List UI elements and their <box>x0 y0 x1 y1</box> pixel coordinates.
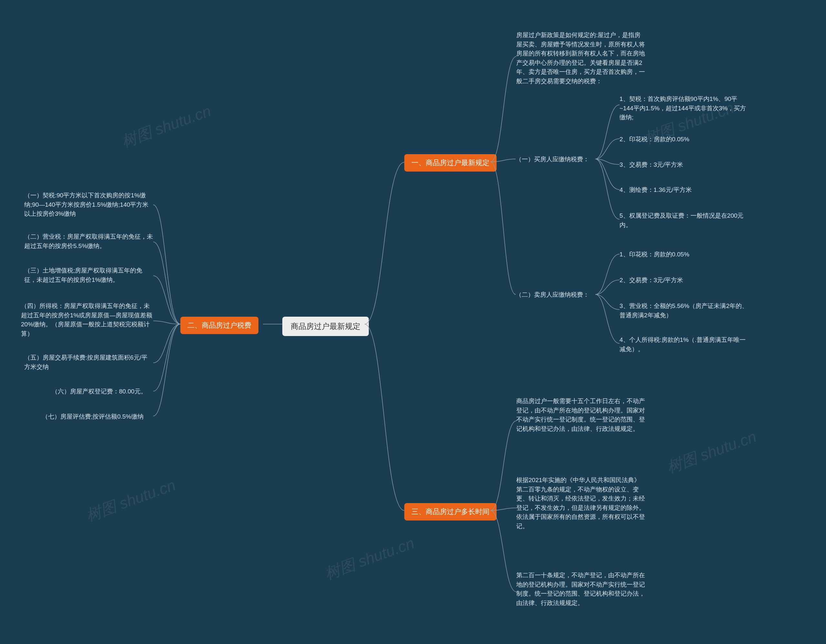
branch1-seller-item-1: 1、印花税：房款的0.05% <box>620 250 689 259</box>
branch2-item-4: （四）所得税：房屋产权取得满五年的免征，未超过五年的按房价1%或房屋原值—房屋现… <box>21 302 153 338</box>
branch1-seller-item-2: 2、交易费：3元/平方米 <box>620 276 683 285</box>
branch3-item-1: 商品房过户一般需要十五个工作日左右，不动产登记，由不动产所在地的登记机构办理。国… <box>516 397 645 433</box>
branch1-buyer-item-4: 4、测绘费：1.36元/平方米 <box>620 186 692 195</box>
branch2-item-7: （七）房屋评估费;按评估额0.5%缴纳 <box>42 412 144 421</box>
watermark-1: 树图 shutu.cn <box>119 101 214 152</box>
branch2-item-3: （三）土地增值税;房屋产权取得满五年的免征，未超过五年的按房价1%缴纳。 <box>24 266 153 285</box>
branch1-buyer-item-2: 2、印花税：房款的0.05% <box>620 135 689 144</box>
branch2-item-1: （一）契税:90平方米以下首次购房的按1%缴纳;90—140平方米按房价1.5%… <box>24 191 153 219</box>
root-node: 商品房过户最新规定 <box>282 317 369 336</box>
watermark-3: 树图 shutu.cn <box>322 533 417 584</box>
branch1-seller-item-4: 4、个人所得税:房款的1%（.普通房满五年唯一减免）。 <box>620 335 748 354</box>
watermark-2: 树图 shutu.cn <box>83 475 179 526</box>
watermark-5: 树图 shutu.cn <box>664 426 759 478</box>
branch1-buyer-item-3: 3、交易费：3元/平方米 <box>620 160 683 170</box>
branch1-buyer-item-5: 5、权属登记费及取证费：一般情况是在200元内。 <box>620 211 748 230</box>
branch1-intro: 房屋过户新政策是如何规定的:屋过户，是指房屋买卖、房屋赠予等情况发生时，原所有权… <box>516 31 645 86</box>
branch3-item-2: 根据2021年实施的《中华人民共和国民法典》第二百零九条的规定，不动产物权的设立… <box>516 476 645 531</box>
branch2-item-6: （六）房屋产权登记费：80.00元。 <box>51 387 147 396</box>
branch-transfer-tax[interactable]: 二、商品房过户税费 <box>180 317 258 334</box>
branch3-item-3: 第二百一十条规定，不动产登记，由不动产所在地的登记机构办理。国家对不动产实行统一… <box>516 571 649 608</box>
branch1-buyer-item-1: 1、契税：首次购房评估额90平内1%、90平~144平内1.5%，超过144平或… <box>620 94 748 122</box>
branch-latest-regulations[interactable]: 一、商品房过户最新规定 <box>404 154 497 172</box>
branch1-buyer-title: （一）买房人应缴纳税费： <box>515 155 589 164</box>
branch-transfer-time[interactable]: 三、商品房过户多长时间 <box>404 503 497 520</box>
branch1-seller-title: （二）卖房人应缴纳税费： <box>515 290 589 300</box>
branch2-item-2: （二）营业税：房屋产权取得满五年的免征，未超过五年的按房价5.5%缴纳。 <box>24 232 153 251</box>
branch2-item-5: （五）房屋交易手续费:按房屋建筑面积6元/平方米交纳 <box>24 353 153 372</box>
branch1-seller-item-3: 3、营业税：全额的5.56%（房产证未满2年的、普通房满2年减免） <box>620 302 748 320</box>
